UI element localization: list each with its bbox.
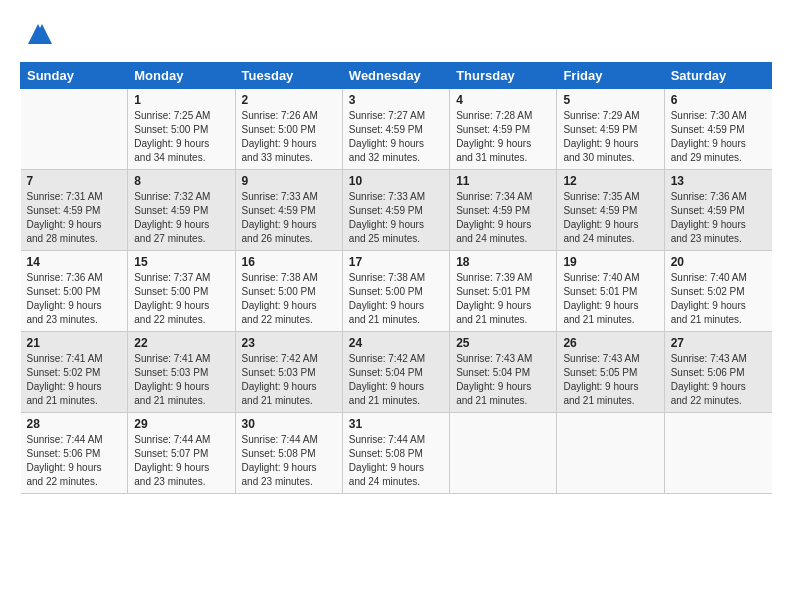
calendar-cell: 22Sunrise: 7:41 AM Sunset: 5:03 PM Dayli… xyxy=(128,332,235,413)
calendar-cell: 2Sunrise: 7:26 AM Sunset: 5:00 PM Daylig… xyxy=(235,89,342,170)
day-info: Sunrise: 7:42 AM Sunset: 5:03 PM Dayligh… xyxy=(242,352,336,408)
day-number: 29 xyxy=(134,417,228,431)
day-info: Sunrise: 7:44 AM Sunset: 5:08 PM Dayligh… xyxy=(242,433,336,489)
day-info: Sunrise: 7:36 AM Sunset: 4:59 PM Dayligh… xyxy=(671,190,766,246)
day-number: 17 xyxy=(349,255,443,269)
calendar-cell: 29Sunrise: 7:44 AM Sunset: 5:07 PM Dayli… xyxy=(128,413,235,494)
logo xyxy=(20,20,52,48)
day-info: Sunrise: 7:34 AM Sunset: 4:59 PM Dayligh… xyxy=(456,190,550,246)
calendar-cell: 19Sunrise: 7:40 AM Sunset: 5:01 PM Dayli… xyxy=(557,251,664,332)
day-info: Sunrise: 7:37 AM Sunset: 5:00 PM Dayligh… xyxy=(134,271,228,327)
calendar-cell: 7Sunrise: 7:31 AM Sunset: 4:59 PM Daylig… xyxy=(21,170,128,251)
weekday-header: Sunday xyxy=(21,63,128,89)
calendar-cell: 25Sunrise: 7:43 AM Sunset: 5:04 PM Dayli… xyxy=(450,332,557,413)
calendar-table: SundayMondayTuesdayWednesdayThursdayFrid… xyxy=(20,62,772,494)
day-number: 12 xyxy=(563,174,657,188)
day-number: 18 xyxy=(456,255,550,269)
day-info: Sunrise: 7:38 AM Sunset: 5:00 PM Dayligh… xyxy=(349,271,443,327)
calendar-cell: 26Sunrise: 7:43 AM Sunset: 5:05 PM Dayli… xyxy=(557,332,664,413)
day-number: 15 xyxy=(134,255,228,269)
calendar-cell: 10Sunrise: 7:33 AM Sunset: 4:59 PM Dayli… xyxy=(342,170,449,251)
calendar-cell: 1Sunrise: 7:25 AM Sunset: 5:00 PM Daylig… xyxy=(128,89,235,170)
day-number: 6 xyxy=(671,93,766,107)
weekday-header: Wednesday xyxy=(342,63,449,89)
calendar-cell: 4Sunrise: 7:28 AM Sunset: 4:59 PM Daylig… xyxy=(450,89,557,170)
day-info: Sunrise: 7:33 AM Sunset: 4:59 PM Dayligh… xyxy=(349,190,443,246)
day-info: Sunrise: 7:35 AM Sunset: 4:59 PM Dayligh… xyxy=(563,190,657,246)
calendar-week-row: 1Sunrise: 7:25 AM Sunset: 5:00 PM Daylig… xyxy=(21,89,772,170)
day-number: 13 xyxy=(671,174,766,188)
calendar-cell: 8Sunrise: 7:32 AM Sunset: 4:59 PM Daylig… xyxy=(128,170,235,251)
day-info: Sunrise: 7:44 AM Sunset: 5:06 PM Dayligh… xyxy=(27,433,122,489)
calendar-week-row: 21Sunrise: 7:41 AM Sunset: 5:02 PM Dayli… xyxy=(21,332,772,413)
day-info: Sunrise: 7:41 AM Sunset: 5:03 PM Dayligh… xyxy=(134,352,228,408)
calendar-cell: 12Sunrise: 7:35 AM Sunset: 4:59 PM Dayli… xyxy=(557,170,664,251)
day-number: 30 xyxy=(242,417,336,431)
calendar-cell: 21Sunrise: 7:41 AM Sunset: 5:02 PM Dayli… xyxy=(21,332,128,413)
day-info: Sunrise: 7:41 AM Sunset: 5:02 PM Dayligh… xyxy=(27,352,122,408)
calendar-cell xyxy=(450,413,557,494)
day-info: Sunrise: 7:40 AM Sunset: 5:02 PM Dayligh… xyxy=(671,271,766,327)
day-info: Sunrise: 7:43 AM Sunset: 5:04 PM Dayligh… xyxy=(456,352,550,408)
calendar-cell: 30Sunrise: 7:44 AM Sunset: 5:08 PM Dayli… xyxy=(235,413,342,494)
day-number: 27 xyxy=(671,336,766,350)
calendar-cell: 27Sunrise: 7:43 AM Sunset: 5:06 PM Dayli… xyxy=(664,332,771,413)
day-number: 3 xyxy=(349,93,443,107)
day-number: 11 xyxy=(456,174,550,188)
day-info: Sunrise: 7:44 AM Sunset: 5:08 PM Dayligh… xyxy=(349,433,443,489)
day-number: 8 xyxy=(134,174,228,188)
day-number: 4 xyxy=(456,93,550,107)
calendar-cell: 11Sunrise: 7:34 AM Sunset: 4:59 PM Dayli… xyxy=(450,170,557,251)
calendar-cell: 6Sunrise: 7:30 AM Sunset: 4:59 PM Daylig… xyxy=(664,89,771,170)
day-number: 9 xyxy=(242,174,336,188)
calendar-cell: 17Sunrise: 7:38 AM Sunset: 5:00 PM Dayli… xyxy=(342,251,449,332)
weekday-header: Friday xyxy=(557,63,664,89)
calendar-week-row: 28Sunrise: 7:44 AM Sunset: 5:06 PM Dayli… xyxy=(21,413,772,494)
calendar-cell: 20Sunrise: 7:40 AM Sunset: 5:02 PM Dayli… xyxy=(664,251,771,332)
day-info: Sunrise: 7:44 AM Sunset: 5:07 PM Dayligh… xyxy=(134,433,228,489)
day-info: Sunrise: 7:33 AM Sunset: 4:59 PM Dayligh… xyxy=(242,190,336,246)
day-number: 10 xyxy=(349,174,443,188)
day-number: 26 xyxy=(563,336,657,350)
calendar-cell: 28Sunrise: 7:44 AM Sunset: 5:06 PM Dayli… xyxy=(21,413,128,494)
calendar-cell: 13Sunrise: 7:36 AM Sunset: 4:59 PM Dayli… xyxy=(664,170,771,251)
calendar-cell: 16Sunrise: 7:38 AM Sunset: 5:00 PM Dayli… xyxy=(235,251,342,332)
day-info: Sunrise: 7:42 AM Sunset: 5:04 PM Dayligh… xyxy=(349,352,443,408)
day-number: 24 xyxy=(349,336,443,350)
calendar-cell: 14Sunrise: 7:36 AM Sunset: 5:00 PM Dayli… xyxy=(21,251,128,332)
page-container: SundayMondayTuesdayWednesdayThursdayFrid… xyxy=(0,0,792,504)
day-number: 16 xyxy=(242,255,336,269)
weekday-header: Monday xyxy=(128,63,235,89)
day-number: 22 xyxy=(134,336,228,350)
day-number: 31 xyxy=(349,417,443,431)
day-info: Sunrise: 7:40 AM Sunset: 5:01 PM Dayligh… xyxy=(563,271,657,327)
weekday-header: Thursday xyxy=(450,63,557,89)
day-number: 2 xyxy=(242,93,336,107)
day-info: Sunrise: 7:36 AM Sunset: 5:00 PM Dayligh… xyxy=(27,271,122,327)
day-number: 23 xyxy=(242,336,336,350)
calendar-cell: 5Sunrise: 7:29 AM Sunset: 4:59 PM Daylig… xyxy=(557,89,664,170)
calendar-cell: 15Sunrise: 7:37 AM Sunset: 5:00 PM Dayli… xyxy=(128,251,235,332)
day-number: 19 xyxy=(563,255,657,269)
day-info: Sunrise: 7:25 AM Sunset: 5:00 PM Dayligh… xyxy=(134,109,228,165)
logo-icon xyxy=(24,20,52,48)
weekday-header: Saturday xyxy=(664,63,771,89)
calendar-cell xyxy=(557,413,664,494)
day-info: Sunrise: 7:26 AM Sunset: 5:00 PM Dayligh… xyxy=(242,109,336,165)
day-info: Sunrise: 7:30 AM Sunset: 4:59 PM Dayligh… xyxy=(671,109,766,165)
day-number: 25 xyxy=(456,336,550,350)
day-number: 7 xyxy=(27,174,122,188)
calendar-week-row: 14Sunrise: 7:36 AM Sunset: 5:00 PM Dayli… xyxy=(21,251,772,332)
calendar-cell: 9Sunrise: 7:33 AM Sunset: 4:59 PM Daylig… xyxy=(235,170,342,251)
day-info: Sunrise: 7:28 AM Sunset: 4:59 PM Dayligh… xyxy=(456,109,550,165)
header xyxy=(20,20,772,48)
weekday-header: Tuesday xyxy=(235,63,342,89)
day-number: 20 xyxy=(671,255,766,269)
calendar-cell: 23Sunrise: 7:42 AM Sunset: 5:03 PM Dayli… xyxy=(235,332,342,413)
calendar-cell xyxy=(21,89,128,170)
day-info: Sunrise: 7:39 AM Sunset: 5:01 PM Dayligh… xyxy=(456,271,550,327)
day-info: Sunrise: 7:32 AM Sunset: 4:59 PM Dayligh… xyxy=(134,190,228,246)
weekday-header-row: SundayMondayTuesdayWednesdayThursdayFrid… xyxy=(21,63,772,89)
calendar-cell: 24Sunrise: 7:42 AM Sunset: 5:04 PM Dayli… xyxy=(342,332,449,413)
calendar-cell: 18Sunrise: 7:39 AM Sunset: 5:01 PM Dayli… xyxy=(450,251,557,332)
